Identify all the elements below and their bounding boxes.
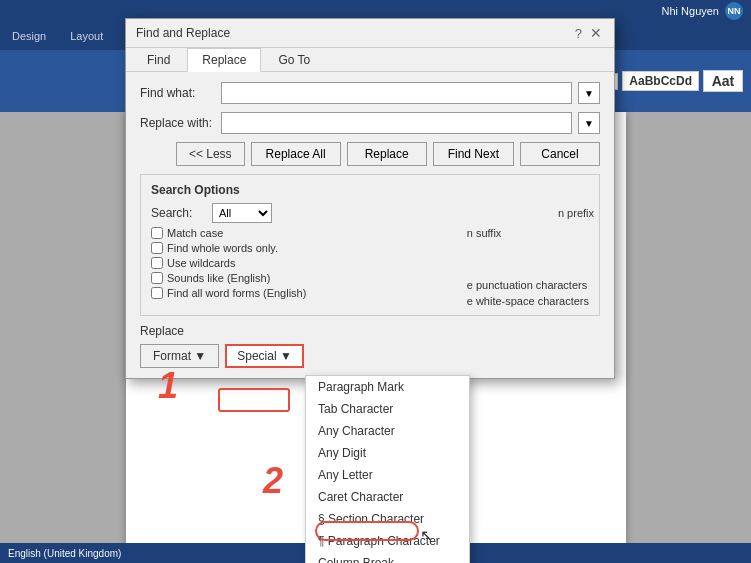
action-buttons-row: << Less Replace All Replace Find Next Ca… (140, 142, 600, 166)
checkboxes-container: Match case Find whole words only. Use wi… (151, 227, 589, 307)
checkbox-wildcards: Use wildcards (151, 257, 306, 269)
less-button[interactable]: << Less (176, 142, 245, 166)
search-select[interactable]: All Up Down (212, 203, 272, 223)
user-info: Nhi Nguyen NN (662, 2, 743, 20)
search-label: Search: (151, 206, 206, 220)
side-notes-right: n suffix e punctuation characters e whit… (467, 227, 589, 307)
checkbox-match-case: Match case (151, 227, 306, 239)
tab-goto[interactable]: Go To (263, 48, 325, 72)
find-what-label: Find what: (140, 86, 215, 100)
find-what-input[interactable] (221, 82, 572, 104)
style-heading[interactable]: AaBbCcDd (622, 71, 699, 91)
punctuation-note: e punctuation characters (467, 279, 589, 291)
special-dropdown-menu: Paragraph Mark Tab Character Any Charact… (305, 375, 470, 563)
replace-button[interactable]: Replace (347, 142, 427, 166)
find-replace-dialog: Find and Replace ? ✕ Find Replace Go To … (125, 18, 615, 379)
replace-with-dropdown[interactable]: ▼ (578, 112, 600, 134)
dialog-controls: ? ✕ (575, 25, 604, 41)
dialog-tabs: Find Replace Go To (126, 48, 614, 72)
style-title[interactable]: Aat (703, 70, 743, 92)
wildcards-label: Use wildcards (167, 257, 235, 269)
ribbon-tab-layout[interactable]: Layout (58, 22, 115, 50)
replace-with-label: Replace with: (140, 116, 215, 130)
replace-all-button[interactable]: Replace All (251, 142, 341, 166)
find-next-button[interactable]: Find Next (433, 142, 514, 166)
dialog-title: Find and Replace (136, 26, 230, 40)
tab-replace[interactable]: Replace (187, 48, 261, 72)
replace-section: Replace Format ▼ Special ▼ (140, 324, 600, 368)
dropdown-item-any-character[interactable]: Any Character (306, 420, 469, 442)
find-what-dropdown[interactable]: ▼ (578, 82, 600, 104)
find-what-row: Find what: ▼ (140, 82, 600, 104)
cancel-button[interactable]: Cancel (520, 142, 600, 166)
dropdown-item-any-letter[interactable]: Any Letter (306, 464, 469, 486)
checkbox-word-forms: Find all word forms (English) (151, 287, 306, 299)
search-select-row: Search: All Up Down n prefix (151, 203, 589, 223)
format-button[interactable]: Format ▼ (140, 344, 219, 368)
dropdown-item-section-character[interactable]: § Section Character (306, 508, 469, 530)
dropdown-item-column-break[interactable]: Column Break (306, 552, 469, 563)
dropdown-item-caret-character[interactable]: Caret Character (306, 486, 469, 508)
dialog-body: Find what: ▼ Replace with: ▼ << Less Rep… (126, 72, 614, 378)
prefix-note: n prefix (558, 207, 594, 219)
dropdown-item-tab-character[interactable]: Tab Character (306, 398, 469, 420)
checkbox-whole-words: Find whole words only. (151, 242, 306, 254)
username: Nhi Nguyen (662, 5, 719, 17)
replace-format-buttons: Format ▼ Special ▼ (140, 344, 600, 368)
suffix-note: n suffix (467, 227, 589, 239)
special-button[interactable]: Special ▼ (225, 344, 304, 368)
match-case-checkbox[interactable] (151, 227, 163, 239)
whole-words-checkbox[interactable] (151, 242, 163, 254)
help-icon[interactable]: ? (575, 26, 582, 41)
search-options-section: Search Options Search: All Up Down n pre… (140, 174, 600, 316)
checkboxes-left: Match case Find whole words only. Use wi… (151, 227, 306, 307)
whole-words-label: Find whole words only. (167, 242, 278, 254)
word-forms-checkbox[interactable] (151, 287, 163, 299)
status-text: English (United Kingdom) (8, 548, 121, 559)
replace-with-row: Replace with: ▼ (140, 112, 600, 134)
annotation-number-2: 2 (263, 460, 283, 502)
match-case-label: Match case (167, 227, 223, 239)
close-button[interactable]: ✕ (588, 25, 604, 41)
word-forms-label: Find all word forms (English) (167, 287, 306, 299)
wildcards-checkbox[interactable] (151, 257, 163, 269)
dialog-titlebar: Find and Replace ? ✕ (126, 19, 614, 48)
dropdown-item-paragraph-mark[interactable]: Paragraph Mark (306, 376, 469, 398)
ribbon-tab-design[interactable]: Design (0, 22, 58, 50)
side-notes: n prefix (558, 207, 594, 219)
search-options-title: Search Options (151, 183, 589, 197)
dropdown-item-any-digit[interactable]: Any Digit (306, 442, 469, 464)
user-avatar: NN (725, 2, 743, 20)
dropdown-item-paragraph-character[interactable]: ¶ Paragraph Character (306, 530, 469, 552)
annotation-number-1: 1 (158, 365, 178, 407)
replace-section-label: Replace (140, 324, 600, 338)
replace-with-input[interactable] (221, 112, 572, 134)
sounds-like-checkbox[interactable] (151, 272, 163, 284)
sounds-like-label: Sounds like (English) (167, 272, 270, 284)
whitespace-note: e white-space characters (467, 295, 589, 307)
tab-find[interactable]: Find (132, 48, 185, 72)
checkbox-sounds-like: Sounds like (English) (151, 272, 306, 284)
